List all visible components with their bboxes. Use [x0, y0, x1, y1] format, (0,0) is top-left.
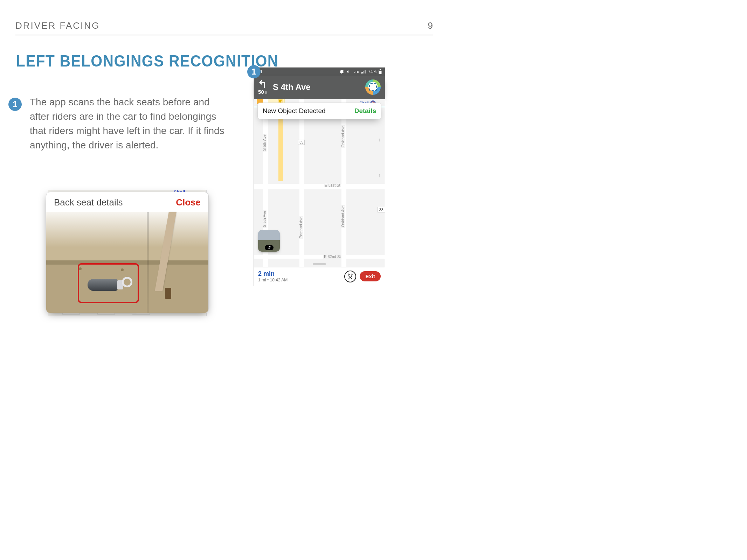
vibrate-mute-icon — [346, 70, 351, 74]
turn-distance-value: 50 — [258, 89, 264, 95]
eta-subtext: 1 mi • 10:42 AM — [258, 278, 288, 282]
bullet-number-text: 1 — [13, 99, 17, 109]
turn-distance-unit: ft — [265, 91, 267, 94]
seatbelt-icon — [155, 212, 177, 291]
svg-rect-6 — [379, 71, 382, 74]
status-bar: :21 LTE 74% — [254, 68, 385, 76]
streetview-thumbnail[interactable]: ↺ — [258, 230, 280, 252]
notification-message: New Object Detected — [263, 107, 326, 115]
detected-bottle-icon — [88, 277, 130, 293]
map-oneway-arrow-icon: ↑ — [378, 137, 381, 142]
navigation-header: 50 ft S 4th Ave — [254, 76, 385, 99]
svg-rect-3 — [365, 70, 365, 74]
turn-instruction: 50 ft — [258, 80, 267, 94]
map-street-label: Oakland Ave — [341, 125, 345, 148]
backseat-popup-illustration: Shell Back seat details Close — [46, 192, 209, 313]
svg-rect-0 — [361, 72, 362, 74]
lte-label: LTE — [353, 70, 359, 74]
alternate-routes-icon — [347, 273, 354, 280]
map-road — [254, 255, 385, 259]
svg-rect-5 — [380, 69, 381, 70]
map-street-label: Portland Ave — [299, 216, 303, 239]
map-house-number: 33 — [378, 207, 385, 212]
signal-icon — [361, 70, 366, 74]
seatbelt-buckle-icon — [165, 288, 171, 299]
bullet-badge-right: 1 — [247, 65, 261, 78]
bullet-number-text: 1 — [251, 67, 256, 77]
close-button[interactable]: Close — [176, 197, 201, 208]
map-street-label: S 5th Ave — [262, 210, 267, 228]
details-button[interactable]: Details — [354, 107, 376, 115]
map-house-number: 35 — [298, 140, 305, 145]
map-street-label: Oakland Ave — [341, 205, 345, 228]
bottom-sheet-drag-handle[interactable] — [313, 263, 326, 265]
alarm-icon — [339, 70, 344, 74]
body-paragraph: The app scans the back seats before and … — [30, 95, 226, 153]
backseat-popup-card: Back seat details Close — [46, 192, 209, 313]
notification-card[interactable]: New Object Detected Details — [257, 103, 381, 119]
slide-header: DRIVER FACING 9 — [15, 20, 433, 35]
bullet-badge-left: 1 — [8, 98, 22, 111]
rotate-360-icon: ↺ — [265, 245, 274, 250]
overlay-scan-badge-icon[interactable] — [365, 79, 381, 95]
map-view[interactable]: ▼ Park & Lake Car Wash Shell ⛽ S 5th Ave… — [254, 99, 385, 267]
eta-info: 2 min 1 mi • 10:42 AM — [258, 270, 288, 282]
slide-title: LEFT BELONGINGS RECOGNITION — [16, 51, 279, 70]
popup-header: Back seat details Close — [46, 192, 208, 212]
map-oneway-arrow-icon: ↑ — [378, 173, 381, 178]
svg-rect-2 — [364, 71, 364, 74]
map-street-label: E 31st St — [324, 183, 341, 187]
backseat-image — [46, 212, 208, 313]
eta-minutes: 2 min — [258, 270, 288, 278]
battery-percent: 74% — [368, 69, 376, 74]
map-road — [341, 99, 346, 267]
svg-rect-1 — [362, 72, 363, 74]
exit-button[interactable]: Exit — [360, 271, 381, 281]
map-road — [299, 99, 304, 267]
popup-title: Back seat details — [54, 197, 123, 208]
alternate-routes-button[interactable] — [344, 271, 356, 282]
page-number: 9 — [428, 20, 433, 31]
map-street-label: E 32nd St — [323, 254, 341, 259]
phone-mockup: :21 LTE 74% — [254, 67, 385, 286]
section-label: DRIVER FACING — [15, 20, 100, 31]
map-street-label: S 5th Ave — [262, 134, 267, 152]
eta-bar: 2 min 1 mi • 10:42 AM Exit — [254, 267, 385, 286]
turn-left-icon — [258, 80, 267, 89]
nav-street-name: S 4th Ave — [273, 82, 360, 92]
battery-icon — [379, 69, 382, 74]
map-road — [254, 184, 385, 189]
